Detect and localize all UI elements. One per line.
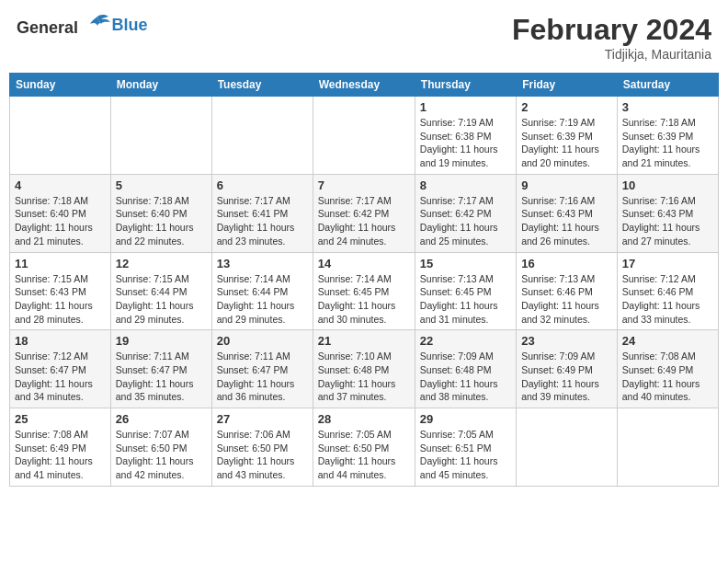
calendar-cell: 12Sunrise: 7:15 AMSunset: 6:44 PMDayligh… — [110, 252, 211, 330]
calendar-cell: 5Sunrise: 7:18 AMSunset: 6:40 PMDaylight… — [110, 174, 211, 252]
calendar-cell: 2Sunrise: 7:19 AMSunset: 6:39 PMDaylight… — [517, 97, 618, 175]
day-info: Sunrise: 7:15 AMSunset: 6:43 PMDaylight:… — [15, 272, 106, 327]
day-info: Sunrise: 7:12 AMSunset: 6:46 PMDaylight:… — [622, 272, 713, 327]
day-info: Sunrise: 7:05 AMSunset: 6:51 PMDaylight:… — [420, 428, 511, 482]
calendar-cell: 9Sunrise: 7:16 AMSunset: 6:43 PMDaylight… — [517, 174, 618, 252]
day-info: Sunrise: 7:18 AMSunset: 6:40 PMDaylight:… — [116, 194, 207, 248]
calendar-cell: 10Sunrise: 7:16 AMSunset: 6:43 PMDayligh… — [617, 174, 718, 252]
day-number: 19 — [116, 334, 207, 348]
day-info: Sunrise: 7:17 AMSunset: 6:41 PMDaylight:… — [217, 194, 308, 248]
day-number: 23 — [521, 334, 612, 348]
day-number: 17 — [622, 257, 713, 270]
day-number: 24 — [622, 334, 713, 348]
day-number: 26 — [116, 412, 207, 426]
day-info: Sunrise: 7:05 AMSunset: 6:50 PMDaylight:… — [318, 428, 410, 482]
calendar-cell: 4Sunrise: 7:18 AMSunset: 6:40 PMDaylight… — [10, 174, 111, 252]
day-info: Sunrise: 7:06 AMSunset: 6:50 PMDaylight:… — [217, 428, 308, 482]
calendar-cell: 19Sunrise: 7:11 AMSunset: 6:47 PMDayligh… — [110, 330, 211, 408]
weekday-header-tuesday: Tuesday — [211, 74, 313, 97]
day-info: Sunrise: 7:15 AMSunset: 6:44 PMDaylight:… — [116, 272, 207, 327]
week-row-2: 11Sunrise: 7:15 AMSunset: 6:43 PMDayligh… — [10, 252, 719, 330]
weekday-header-thursday: Thursday — [415, 74, 516, 97]
day-number: 8 — [420, 178, 511, 192]
day-info: Sunrise: 7:17 AMSunset: 6:42 PMDaylight:… — [318, 194, 410, 248]
day-info: Sunrise: 7:13 AMSunset: 6:45 PMDaylight:… — [420, 272, 511, 327]
calendar-cell: 15Sunrise: 7:13 AMSunset: 6:45 PMDayligh… — [415, 252, 516, 330]
calendar-cell: 1Sunrise: 7:19 AMSunset: 6:38 PMDaylight… — [415, 97, 516, 175]
calendar-cell: 17Sunrise: 7:12 AMSunset: 6:46 PMDayligh… — [617, 252, 718, 330]
calendar-cell: 13Sunrise: 7:14 AMSunset: 6:44 PMDayligh… — [211, 252, 313, 330]
day-info: Sunrise: 7:14 AMSunset: 6:44 PMDaylight:… — [217, 272, 308, 327]
calendar-cell — [110, 97, 211, 175]
calendar-cell: 6Sunrise: 7:17 AMSunset: 6:41 PMDaylight… — [211, 174, 313, 252]
calendar-cell: 14Sunrise: 7:14 AMSunset: 6:45 PMDayligh… — [313, 252, 415, 330]
week-row-1: 4Sunrise: 7:18 AMSunset: 6:40 PMDaylight… — [10, 174, 719, 252]
day-number: 25 — [15, 412, 106, 426]
day-number: 29 — [420, 412, 511, 426]
calendar-cell: 3Sunrise: 7:18 AMSunset: 6:39 PMDaylight… — [617, 97, 718, 175]
day-info: Sunrise: 7:11 AMSunset: 6:47 PMDaylight:… — [116, 350, 207, 404]
day-number: 28 — [318, 412, 410, 426]
calendar-cell: 7Sunrise: 7:17 AMSunset: 6:42 PMDaylight… — [313, 174, 415, 252]
calendar-cell: 22Sunrise: 7:09 AMSunset: 6:48 PMDayligh… — [415, 330, 516, 408]
day-info: Sunrise: 7:08 AMSunset: 6:49 PMDaylight:… — [622, 350, 713, 404]
weekday-header-friday: Friday — [517, 74, 618, 97]
day-number: 7 — [318, 178, 410, 192]
day-info: Sunrise: 7:09 AMSunset: 6:49 PMDaylight:… — [521, 350, 612, 404]
day-number: 13 — [217, 257, 308, 270]
day-number: 14 — [318, 257, 410, 270]
calendar-cell: 21Sunrise: 7:10 AMSunset: 6:48 PMDayligh… — [313, 330, 415, 408]
calendar-cell — [617, 408, 718, 487]
day-info: Sunrise: 7:07 AMSunset: 6:50 PMDaylight:… — [116, 428, 207, 482]
logo: General Blue — [17, 13, 148, 38]
calendar: SundayMondayTuesdayWednesdayThursdayFrid… — [9, 73, 719, 487]
day-number: 9 — [521, 178, 612, 192]
day-info: Sunrise: 7:10 AMSunset: 6:48 PMDaylight:… — [318, 350, 410, 404]
day-info: Sunrise: 7:08 AMSunset: 6:49 PMDaylight:… — [15, 428, 106, 482]
day-number: 12 — [116, 257, 207, 270]
day-number: 1 — [420, 100, 511, 114]
calendar-cell: 20Sunrise: 7:11 AMSunset: 6:47 PMDayligh… — [211, 330, 313, 408]
day-number: 2 — [521, 100, 612, 114]
logo-bird-icon — [85, 13, 110, 33]
day-number: 4 — [15, 178, 106, 192]
day-info: Sunrise: 7:19 AMSunset: 6:38 PMDaylight:… — [420, 116, 511, 170]
day-number: 22 — [420, 334, 511, 348]
logo-general: General — [17, 18, 78, 37]
day-info: Sunrise: 7:19 AMSunset: 6:39 PMDaylight:… — [521, 116, 612, 170]
calendar-cell: 29Sunrise: 7:05 AMSunset: 6:51 PMDayligh… — [415, 408, 516, 487]
calendar-cell: 25Sunrise: 7:08 AMSunset: 6:49 PMDayligh… — [10, 408, 111, 487]
day-number: 11 — [15, 257, 106, 270]
day-number: 27 — [217, 412, 308, 426]
calendar-cell: 11Sunrise: 7:15 AMSunset: 6:43 PMDayligh… — [10, 252, 111, 330]
week-row-0: 1Sunrise: 7:19 AMSunset: 6:38 PMDaylight… — [10, 97, 719, 175]
weekday-header-sunday: Sunday — [10, 74, 111, 97]
day-number: 18 — [15, 334, 106, 348]
day-info: Sunrise: 7:12 AMSunset: 6:47 PMDaylight:… — [15, 350, 106, 404]
weekday-header-row: SundayMondayTuesdayWednesdayThursdayFrid… — [10, 74, 719, 97]
calendar-cell: 18Sunrise: 7:12 AMSunset: 6:47 PMDayligh… — [10, 330, 111, 408]
day-number: 10 — [622, 178, 713, 192]
calendar-cell — [517, 408, 618, 487]
day-number: 6 — [217, 178, 308, 192]
day-info: Sunrise: 7:16 AMSunset: 6:43 PMDaylight:… — [622, 194, 713, 248]
day-number: 3 — [622, 100, 713, 114]
day-info: Sunrise: 7:17 AMSunset: 6:42 PMDaylight:… — [420, 194, 511, 248]
day-info: Sunrise: 7:18 AMSunset: 6:39 PMDaylight:… — [622, 116, 713, 170]
header: General Blue February 2024 Tidjikja, Mau… — [9, 9, 719, 65]
logo-blue: Blue — [112, 16, 148, 35]
title-area: February 2024 Tidjikja, Mauritania — [512, 13, 711, 62]
calendar-cell: 16Sunrise: 7:13 AMSunset: 6:46 PMDayligh… — [517, 252, 618, 330]
day-info: Sunrise: 7:16 AMSunset: 6:43 PMDaylight:… — [521, 194, 612, 248]
day-info: Sunrise: 7:14 AMSunset: 6:45 PMDaylight:… — [318, 272, 410, 327]
calendar-cell: 8Sunrise: 7:17 AMSunset: 6:42 PMDaylight… — [415, 174, 516, 252]
calendar-cell: 26Sunrise: 7:07 AMSunset: 6:50 PMDayligh… — [110, 408, 211, 487]
weekday-header-saturday: Saturday — [617, 74, 718, 97]
month-year: February 2024 — [512, 13, 711, 47]
calendar-cell — [10, 97, 111, 175]
calendar-cell: 23Sunrise: 7:09 AMSunset: 6:49 PMDayligh… — [517, 330, 618, 408]
location: Tidjikja, Mauritania — [512, 47, 711, 62]
day-number: 5 — [116, 178, 207, 192]
day-number: 16 — [521, 257, 612, 270]
calendar-cell: 27Sunrise: 7:06 AMSunset: 6:50 PMDayligh… — [211, 408, 313, 487]
